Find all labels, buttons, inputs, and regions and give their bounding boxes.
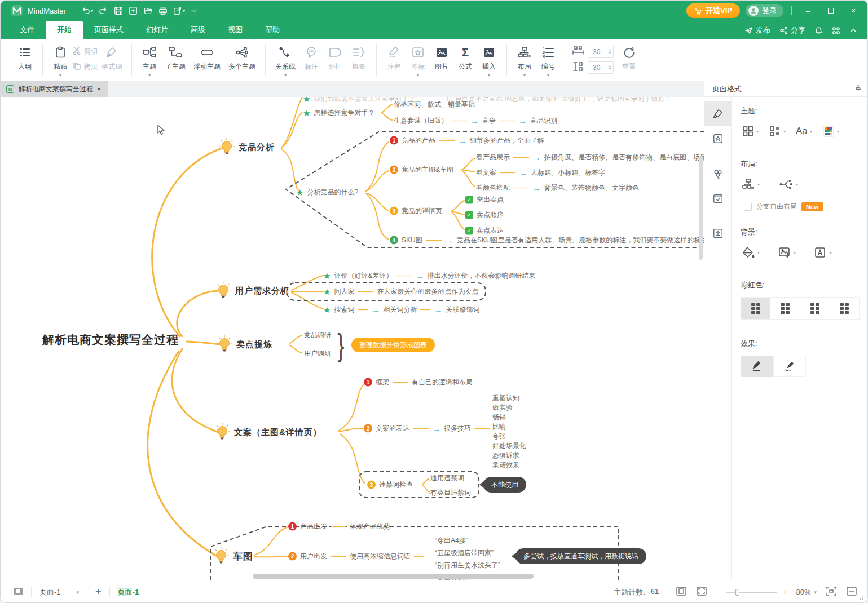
v-spacing-input[interactable]: 30 ▴▾ xyxy=(588,61,614,74)
numbering-button[interactable]: 编号 ▾ xyxy=(536,42,560,77)
topic-row[interactable]: 1 框架 有自己的逻辑和布局 xyxy=(364,378,473,387)
theme-color-button[interactable]: ▾ xyxy=(821,123,840,140)
background-image-button[interactable]: ▾ xyxy=(777,244,797,261)
customize-toolbar-icon[interactable] xyxy=(191,7,198,15)
topic-row[interactable]: 2 用户出发 使用高浓缩信息词语 xyxy=(288,552,424,561)
panel-tab-export[interactable] xyxy=(704,221,731,246)
cut-button[interactable]: 剪切 xyxy=(72,46,98,57)
branch-topic[interactable]: 车图 xyxy=(213,547,253,565)
collapse-statusbar-icon[interactable] xyxy=(846,586,857,598)
topic-row[interactable]: 有类目违禁词 xyxy=(430,489,471,497)
h-spacing-stepper[interactable]: ▴▾ xyxy=(609,49,613,55)
multiple-topics-button[interactable]: 多个主题 xyxy=(224,42,259,72)
effect-normal-button[interactable] xyxy=(741,356,773,377)
v-spacing-stepper[interactable]: ▴▾ xyxy=(609,65,613,70)
topic-row[interactable]: 看产品展示 → 拍摄角度、是否精修、是否有修饰物、是白底图、场景图 xyxy=(476,153,704,162)
resize-grip[interactable] xyxy=(860,595,865,600)
export-icon[interactable]: ▾ xyxy=(173,6,185,15)
pin-icon[interactable] xyxy=(854,85,862,94)
topic-row[interactable]: ✓ 卖点顺序 xyxy=(465,211,504,219)
topic-row[interactable]: 用户调研 xyxy=(304,349,331,358)
branch-topic[interactable]: 文案（主图&详情页） xyxy=(214,423,322,441)
panel-tab-frame[interactable] xyxy=(704,126,731,151)
topic-row[interactable]: 4 SKU图 → 竞品在SKU图里是否有适用人群、场景、规格参数的标注，我们要不… xyxy=(390,236,704,245)
rainbow-option-3[interactable] xyxy=(800,298,830,319)
picture-button[interactable]: 图片 xyxy=(430,42,453,72)
print-icon[interactable] xyxy=(158,6,168,15)
panel-tab-task[interactable] xyxy=(704,186,731,211)
connector-style-button[interactable]: ▾ xyxy=(778,176,799,193)
redo-icon[interactable] xyxy=(99,6,108,16)
background-color-button[interactable]: ▾ xyxy=(741,244,761,261)
maximize-button[interactable] xyxy=(822,4,839,17)
callout-button[interactable]: 标注 xyxy=(299,42,323,72)
menu-advanced[interactable]: 高级 xyxy=(179,21,217,39)
vertical-scrollbar[interactable] xyxy=(699,156,703,260)
topic-row[interactable]: 竞品调研 xyxy=(304,331,331,339)
outline-button[interactable]: 大纲 xyxy=(13,42,37,72)
topic-row[interactable]: 生意参谋（旧版） → 竞争 → 竞品识别 xyxy=(394,117,557,125)
topic-row[interactable]: 3 违禁词检查 xyxy=(367,481,413,489)
boundary-button[interactable]: 外框 xyxy=(323,42,347,72)
topic-row[interactable]: 1 产品出发 体现产品优势 xyxy=(288,522,390,531)
menu-page-style[interactable]: 页面样式 xyxy=(83,21,135,39)
h-spacing-input[interactable]: 30 ▴▾ xyxy=(588,46,614,58)
save-icon[interactable] xyxy=(114,6,123,15)
undo-icon[interactable]: ▾ xyxy=(81,6,93,16)
summary-topic[interactable]: 整理数据分类形成图表 xyxy=(351,338,435,352)
close-button[interactable]: × xyxy=(845,4,862,17)
topic-row[interactable]: 3 竞品的详情页 xyxy=(390,207,442,215)
topic-row[interactable]: 通用违禁词 xyxy=(430,474,464,482)
topic-row[interactable]: 2 竞品的主图&车图 xyxy=(390,166,453,174)
topic-row[interactable]: 价格区间、款式、销量基础 xyxy=(394,100,475,109)
minimize-button[interactable]: – xyxy=(800,4,817,17)
theme-font-button[interactable]: Aa ▾ xyxy=(795,123,813,139)
quote-list[interactable]: “穿出A4腰” “五星级酒店带回家” “别再用生姜水洗头了” “桑拿天适用” xyxy=(435,534,500,580)
panel-tab-style[interactable] xyxy=(704,101,731,126)
zoom-in-button[interactable]: + xyxy=(783,588,787,596)
fullscreen-icon[interactable] xyxy=(696,586,707,598)
topic-row[interactable]: 看颜色搭配 → 背景色、装饰物颜色、文字颜色 xyxy=(476,184,639,192)
share-button[interactable]: 分享 xyxy=(779,25,805,36)
topic-row[interactable]: ★ 问大家 在大家最关心的最多的点作为卖点 xyxy=(323,287,478,296)
menu-home[interactable]: 开始 xyxy=(46,21,83,39)
focus-mode-icon[interactable] xyxy=(826,586,837,598)
notification-bell-icon[interactable] xyxy=(814,26,823,35)
topic-row[interactable]: ✓ 突出卖点 xyxy=(465,196,504,204)
topic-note[interactable]: 用“自己是不是竞品”的思路，如果你的“品做好了”，还是你的竞争对手做好了 xyxy=(446,97,672,103)
zoom-out-button[interactable]: − xyxy=(716,588,721,596)
format-painter-button[interactable]: 格式刷 xyxy=(98,42,126,72)
branch-topic[interactable]: 竞品分析 xyxy=(218,138,275,156)
relationship-button[interactable]: 关系线 ▾ xyxy=(271,42,299,77)
topic-row[interactable]: ★ 分析竞品的什么? xyxy=(296,188,358,197)
topic-row[interactable]: 2 文案的表达 → 很多技巧 xyxy=(364,424,490,433)
icon-marker-button[interactable]: 图标 ▾ xyxy=(406,42,430,77)
paste-button[interactable]: 粘贴 ▾ xyxy=(49,42,72,77)
fit-window-icon[interactable] xyxy=(676,586,687,598)
summary-button[interactable]: 概要 xyxy=(347,42,371,72)
branch-topic[interactable]: 用户需求分析 xyxy=(215,282,289,300)
add-page-button[interactable]: + xyxy=(95,586,102,598)
callout-topic[interactable]: 多尝试，投放直通车测试，用数据说话 xyxy=(515,548,646,564)
technique-list[interactable]: 重塑认知 做实验 畅销 比喻 夸张 好处场景化 恐惧诉求 承诺效果 xyxy=(492,393,526,470)
rainbow-option-1[interactable] xyxy=(741,298,770,319)
open-file-icon[interactable] xyxy=(143,6,153,15)
background-watermark-button[interactable]: ▾ xyxy=(813,244,833,261)
vip-button[interactable]: 开通VIP xyxy=(686,3,740,18)
formula-button[interactable]: Σ 公式 xyxy=(453,42,477,72)
theme-layout-button[interactable]: ▾ xyxy=(768,123,787,140)
new-file-icon[interactable] xyxy=(129,6,138,15)
page-selector[interactable]: 页面-1 ▾ xyxy=(39,587,79,597)
zoom-handle[interactable] xyxy=(735,589,739,596)
mindmap-canvas[interactable]: ★ 我们到底需不需要关注竞争对手？ 用“自己是不是竞品”的思路，如果你的“品做好… xyxy=(1,97,704,580)
copy-button[interactable]: 拷贝 xyxy=(72,61,98,72)
rainbow-option-2[interactable] xyxy=(770,298,800,319)
menu-help[interactable]: 帮助 xyxy=(254,21,291,39)
branch-topic[interactable]: 卖点提炼 xyxy=(216,335,272,353)
theme-gallery-button[interactable]: ▾ xyxy=(741,123,760,140)
insert-button[interactable]: 插入 ▾ xyxy=(477,42,501,77)
zoom-slider[interactable]: − + xyxy=(716,588,787,596)
menu-slides[interactable]: 幻灯片 xyxy=(135,21,179,39)
zoom-level[interactable]: 80% ▾ xyxy=(796,588,817,596)
central-topic[interactable]: 解析电商文案撰写全过程 xyxy=(42,332,179,348)
